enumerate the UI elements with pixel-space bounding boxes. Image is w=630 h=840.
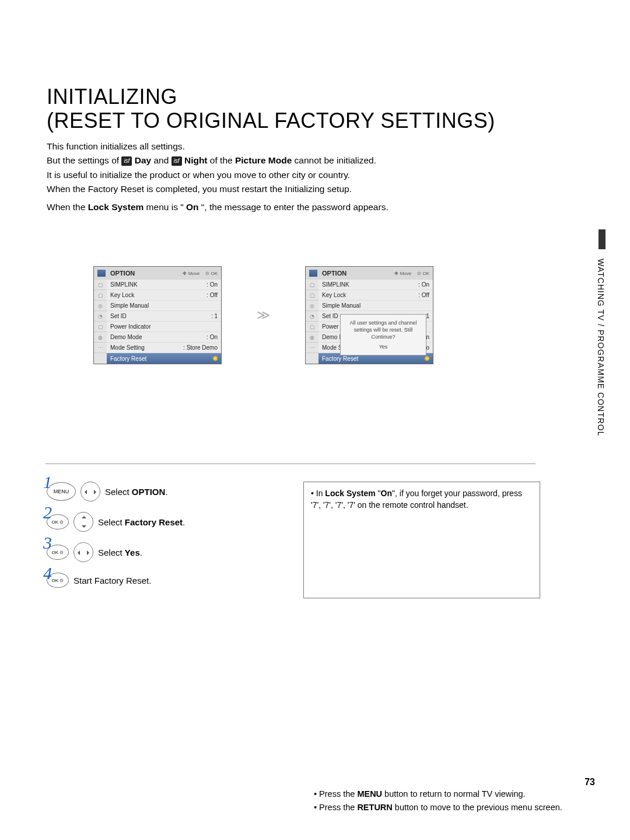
osd-title: OPTION bbox=[322, 270, 346, 277]
steps-left: 1 MENU Select OPTION. 2 OK ⊙ Select Fact… bbox=[47, 482, 268, 598]
intro-line-2: But the settings of isf Day and isf Nigh… bbox=[47, 154, 583, 167]
osd-icon bbox=[309, 270, 317, 277]
osd-row-key: SIMPLINK bbox=[322, 281, 414, 288]
section-divider bbox=[46, 463, 536, 464]
osd-row: SIMPLINK: On bbox=[107, 280, 221, 290]
steps-section: 1 MENU Select OPTION. 2 OK ⊙ Select Fact… bbox=[47, 482, 583, 598]
step-number: 3 bbox=[43, 533, 52, 553]
osd-row-value: : Off bbox=[206, 292, 218, 298]
step-3: 3 OK ⊙ Select Yes. bbox=[47, 542, 268, 562]
step-number: 1 bbox=[43, 472, 52, 492]
osd-row: Power Indicator bbox=[107, 322, 221, 332]
step-number: 4 bbox=[43, 563, 52, 583]
isf-badge-day: isf bbox=[121, 156, 132, 166]
osd-row-key: SIMPLINK bbox=[110, 281, 202, 288]
osd-before: OPTION ✥ Move ⊙ OK ▢▢◎◔▢◍⋯ SIMPLINK: OnK… bbox=[93, 266, 222, 364]
selection-dot-icon bbox=[425, 356, 429, 361]
osd-row: Demo Mode: On bbox=[107, 332, 221, 343]
step-label: Select Yes. bbox=[98, 548, 142, 557]
osd-row: Simple Manual bbox=[107, 301, 221, 311]
osd-row: SIMPLINK: On bbox=[318, 280, 433, 290]
osd-row: Set ID: 1 bbox=[107, 311, 221, 322]
osd-title: OPTION bbox=[110, 270, 135, 277]
osd-row-key: Demo Mode bbox=[110, 334, 202, 340]
osd-row: Mode Setting: Store Demo bbox=[107, 343, 221, 353]
osd-row-key: Simple Manual bbox=[322, 302, 429, 309]
page-title: INITIALIZING (RESET TO ORIGINAL FACTORY … bbox=[47, 85, 583, 133]
osd-list: SIMPLINK: OnKey Lock: OffSimple ManualSe… bbox=[107, 280, 221, 364]
osd-sidebar-icons: ▢▢◎◔▢◍⋯ bbox=[306, 280, 318, 364]
osd-after-wrap: OPTION ✥ Move ⊙ OK ▢▢◎◔▢◍⋯ SIMPLINK: OnK… bbox=[305, 266, 433, 364]
dpad-left-right[interactable] bbox=[80, 482, 100, 501]
confirm-dialog: All user settings and channel settings w… bbox=[340, 314, 426, 355]
title-line-2: (RESET TO ORIGINAL FACTORY SETTINGS) bbox=[47, 109, 495, 133]
osd-row-value: : On bbox=[206, 281, 218, 288]
dpad-up-down[interactable] bbox=[74, 512, 93, 532]
osd-row: Factory Reset bbox=[107, 353, 221, 364]
osd-row-value: : On bbox=[418, 281, 429, 288]
tip-box: • In Lock System "On", if you forget you… bbox=[303, 482, 540, 598]
side-tab: WATCHING TV / PROGRAMME CONTROL bbox=[590, 236, 606, 552]
step-label: Select Factory Reset. bbox=[98, 517, 185, 527]
step-1: 1 MENU Select OPTION. bbox=[47, 482, 268, 501]
osd-row-key: Power Indicator bbox=[110, 323, 218, 330]
osd-row-key: Key Lock bbox=[322, 292, 414, 298]
intro-block: This function initializes all settings. … bbox=[47, 140, 583, 214]
osd-hints: ✥ Move ⊙ OK bbox=[183, 271, 218, 276]
osd-row-key: Key Lock bbox=[110, 292, 202, 298]
intro-line-4: When the Factory Reset is completed, you… bbox=[47, 183, 583, 196]
side-section-label: WATCHING TV / PROGRAMME CONTROL bbox=[596, 259, 606, 437]
osd-row-key: Simple Manual bbox=[110, 302, 218, 309]
osd-header: OPTION ✥ Move ⊙ OK bbox=[306, 267, 433, 280]
side-tab-bar bbox=[598, 229, 606, 249]
selection-dot-icon bbox=[213, 356, 218, 361]
intro-line-3: It is useful to initialize the product o… bbox=[47, 169, 583, 182]
intro-line-5: When the Lock System menu is " On ", the… bbox=[47, 201, 583, 214]
osd-row-value: : Off bbox=[418, 292, 429, 298]
osd-row-key: Factory Reset bbox=[110, 355, 208, 362]
osd-row-value: : On bbox=[206, 334, 218, 340]
osd-row: Key Lock: Off bbox=[318, 290, 433, 301]
osd-header: OPTION ✥ Move ⊙ OK bbox=[94, 267, 221, 280]
osd-row: Key Lock: Off bbox=[107, 290, 221, 301]
osd-icon bbox=[97, 270, 106, 277]
step-number: 2 bbox=[43, 503, 52, 522]
osd-row: Simple Manual bbox=[318, 301, 433, 311]
osd-hints: ✥ Move ⊙ OK bbox=[394, 271, 429, 276]
page-number: 73 bbox=[584, 777, 595, 787]
step-label: Select OPTION. bbox=[105, 487, 168, 497]
dialog-yes: Yes bbox=[344, 343, 422, 350]
dpad-left-right[interactable] bbox=[74, 542, 93, 562]
dialog-line: Continue? bbox=[344, 333, 422, 340]
intro-line-1: This function initializes all settings. bbox=[47, 140, 583, 153]
osd-row-value: : 1 bbox=[211, 313, 218, 319]
osd-row-key: Set ID bbox=[110, 313, 206, 319]
bottom-note-menu: • Press the MENU button to return to nor… bbox=[314, 787, 562, 801]
page-content: INITIALIZING (RESET TO ORIGINAL FACTORY … bbox=[47, 85, 583, 598]
bottom-notes: • Press the MENU button to return to nor… bbox=[314, 787, 562, 814]
osd-row-value: : Store Demo bbox=[183, 344, 218, 351]
isf-badge-night: isf bbox=[172, 156, 182, 166]
dialog-line: All user settings and channel bbox=[344, 319, 422, 326]
step-4: 4 OK ⊙ Start Factory Reset. bbox=[47, 573, 268, 588]
step-label: Start Factory Reset. bbox=[74, 576, 151, 585]
dialog-line: settings will be reset. Still bbox=[344, 326, 422, 333]
transition-arrow-icon: ≫ bbox=[257, 308, 270, 323]
step-2: 2 OK ⊙ Select Factory Reset. bbox=[47, 512, 268, 532]
osd-row-key: Factory Reset bbox=[322, 355, 420, 362]
bottom-note-return: • Press the RETURN button to move to the… bbox=[314, 801, 562, 814]
title-line-1: INITIALIZING bbox=[47, 85, 177, 109]
osd-sidebar-icons: ▢▢◎◔▢◍⋯ bbox=[94, 280, 107, 364]
osd-row: OPTION ✥ Move ⊙ OK ▢▢◎◔▢◍⋯ SIMPLINK: OnK… bbox=[93, 266, 583, 364]
osd-row-key: Mode Setting bbox=[110, 344, 178, 351]
